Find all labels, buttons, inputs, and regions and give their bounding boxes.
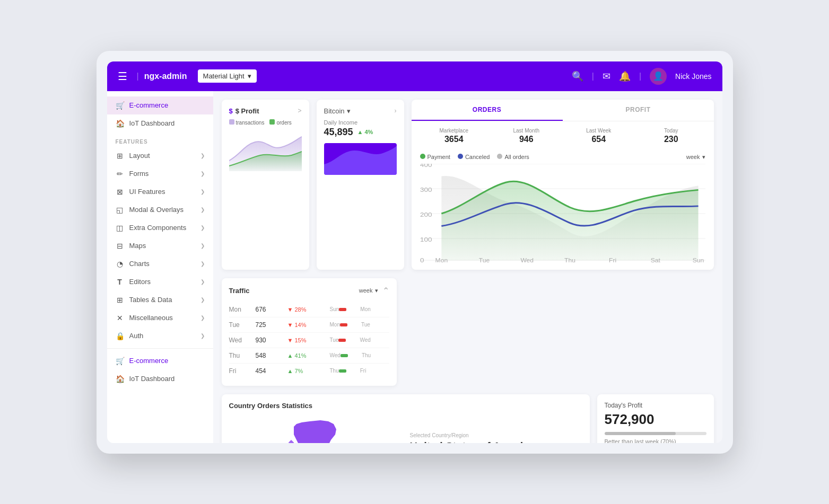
country-name: United States of America — [410, 440, 582, 443]
sidebar-item-editors[interactable]: T Editors ❯ — [107, 273, 213, 291]
profit-today-card: Today's Profit 572,900 Better than last … — [597, 394, 714, 443]
auth-chevron: ❯ — [200, 333, 205, 339]
charts-chevron: ❯ — [200, 261, 205, 267]
sidebar-label-charts: Charts — [129, 260, 150, 268]
svg-text:Tue: Tue — [478, 257, 489, 263]
next-wed: Wed — [360, 337, 370, 343]
avatar: 👤 — [650, 68, 667, 85]
svg-text:200: 200 — [420, 211, 432, 218]
traffic-row-thu: Thu 548 ▲ 41% Wed Thu — [229, 348, 389, 364]
bitcoin-selector[interactable]: Bitcoin ▾ — [324, 107, 351, 115]
maps-icon: ⊟ — [116, 242, 124, 250]
stat-today: Today 230 — [637, 128, 705, 144]
profit-today-title: Today's Profit — [605, 402, 706, 409]
payment-dot — [420, 154, 425, 159]
maps-chevron: ❯ — [200, 243, 205, 249]
dollar-icon: $ — [229, 107, 233, 115]
tab-profit[interactable]: PROFIT — [563, 100, 714, 121]
auth-icon: 🔒 — [116, 332, 124, 340]
sidebar-item-extra[interactable]: ◫ Extra Components ❯ — [107, 219, 213, 237]
traffic-period-selector[interactable]: week ▾ — [359, 287, 378, 294]
svg-text:Thu: Thu — [564, 257, 575, 263]
sidebar-item-tables[interactable]: ⊞ Tables & Data ❯ — [107, 291, 213, 309]
svg-text:Sun: Sun — [692, 257, 704, 263]
svg-text:Wed: Wed — [520, 257, 534, 263]
traffic-expand-icon[interactable]: ⌃ — [382, 286, 389, 296]
sidebar-item-modal[interactable]: ◱ Modal & Overlays ❯ — [107, 201, 213, 219]
sidebar-label-ui-features: UI Features — [129, 188, 165, 196]
mid-row: Traffic week ▾ ⌃ Mon 676 ▼ 28% — [222, 278, 714, 386]
modal-icon: ◱ — [116, 206, 124, 214]
profit-card: $ $ Profit > transactions orders — [222, 100, 309, 270]
svg-text:0: 0 — [420, 257, 424, 263]
sidebar-item-charts[interactable]: ◔ Charts ❯ — [107, 255, 213, 273]
sidebar-item-iot-sub[interactable]: 🏠 IoT Dashboard — [107, 370, 213, 388]
device-frame: ☰ | ngx-admin Material Light ▾ 🔍 | ✉ 🔔 |… — [97, 51, 733, 454]
forms-chevron: ❯ — [200, 171, 205, 176]
change-thu: ▲ 41% — [287, 352, 330, 359]
all-orders-dot — [497, 154, 502, 159]
forms-icon: ✏ — [116, 170, 124, 178]
misc-chevron: ❯ — [200, 315, 205, 321]
sidebar-item-auth[interactable]: 🔒 Auth ❯ — [107, 327, 213, 345]
profit-today-value: 572,900 — [605, 411, 706, 428]
change-wed: ▼ 15% — [287, 337, 330, 343]
sidebar-item-ecommerce[interactable]: 🛒 E-commerce — [107, 96, 213, 114]
orders-dot — [269, 119, 275, 125]
day-fri: Fri — [229, 367, 256, 375]
bell-icon[interactable]: 🔔 — [619, 70, 631, 82]
sidebar-item-ecommerce-sub[interactable]: 🛒 E-commerce — [107, 352, 213, 370]
period-label: week — [686, 154, 700, 160]
value-tue: 725 — [256, 321, 287, 329]
income-badge: ▲ 4% — [357, 129, 373, 135]
day-wed: Wed — [229, 337, 256, 344]
all-orders-legend: All orders — [497, 154, 529, 160]
sidebar-item-misc[interactable]: ✕ Miscellaneous ❯ — [107, 309, 213, 327]
profit-arrow[interactable]: > — [298, 107, 301, 114]
sidebar-item-layout[interactable]: ⊞ Layout ❯ — [107, 147, 213, 165]
prev-mon: Sun — [330, 306, 339, 312]
country-card: Country Orders Statistics Selected — [222, 394, 590, 443]
search-icon[interactable]: 🔍 — [572, 70, 583, 82]
svg-text:400: 400 — [420, 164, 432, 169]
canceled-dot — [458, 154, 463, 159]
traffic-row-fri: Fri 454 ▲ 7% Thu Fri — [229, 364, 389, 378]
svg-text:Sat: Sat — [650, 257, 660, 263]
layout-chevron: ❯ — [200, 153, 205, 158]
stat-last-month: Last Month 946 — [492, 128, 561, 144]
tab-orders[interactable]: ORDERS — [412, 100, 563, 121]
theme-selector-button[interactable]: Material Light ▾ — [198, 69, 257, 83]
traffic-period-chevron: ▾ — [375, 287, 378, 294]
transactions-dot — [229, 119, 234, 125]
sidebar-item-forms[interactable]: ✏ Forms ❯ — [107, 165, 213, 183]
app-container: ☰ | ngx-admin Material Light ▾ 🔍 | ✉ 🔔 |… — [107, 61, 722, 443]
nav-right-divider-2: | — [639, 72, 641, 81]
sidebar-section-features: FEATURES — [107, 132, 213, 147]
orders-period-selector[interactable]: week ▾ — [686, 154, 705, 161]
prev-fri: Thu — [330, 368, 339, 374]
sidebar-label-iot: IoT Dashboard — [129, 119, 175, 127]
sidebar-item-iot[interactable]: 🏠 IoT Dashboard — [107, 114, 213, 132]
editors-icon: T — [116, 278, 124, 286]
sidebar-label-ecommerce: E-commerce — [129, 101, 169, 109]
traffic-row-tue: Tue 725 ▼ 14% Mon Tue — [229, 317, 389, 333]
sidebar-item-ui-features[interactable]: ⊠ UI Features ❯ — [107, 183, 213, 201]
orders-stats: Marketplace 3654 Last Month 946 Last Wee… — [412, 121, 714, 151]
sidebar-label-auth: Auth — [129, 332, 144, 340]
hamburger-icon[interactable]: ☰ — [118, 70, 127, 83]
bitcoin-card: Bitcoin ▾ › Daily Income 45,895 ▲ 4% — [317, 100, 404, 270]
ui-features-chevron: ❯ — [200, 189, 205, 194]
bitcoin-arrow[interactable]: › — [395, 107, 397, 114]
bitcoin-label: Bitcoin — [324, 107, 345, 115]
bitcoin-header: Bitcoin ▾ › — [324, 107, 397, 115]
tables-chevron: ❯ — [200, 297, 205, 303]
sidebar-label-forms: Forms — [129, 170, 149, 178]
svg-text:Mon: Mon — [435, 257, 448, 263]
daily-income-label: Daily Income — [324, 119, 397, 126]
next-tue: Tue — [361, 322, 372, 328]
daily-income-value: 45,895 — [324, 127, 353, 138]
change-mon: ▼ 28% — [287, 306, 330, 313]
sidebar-item-maps[interactable]: ⊟ Maps ❯ — [107, 237, 213, 255]
country-content: Selected Country/Region United States of… — [229, 416, 582, 443]
mail-icon[interactable]: ✉ — [603, 70, 610, 82]
